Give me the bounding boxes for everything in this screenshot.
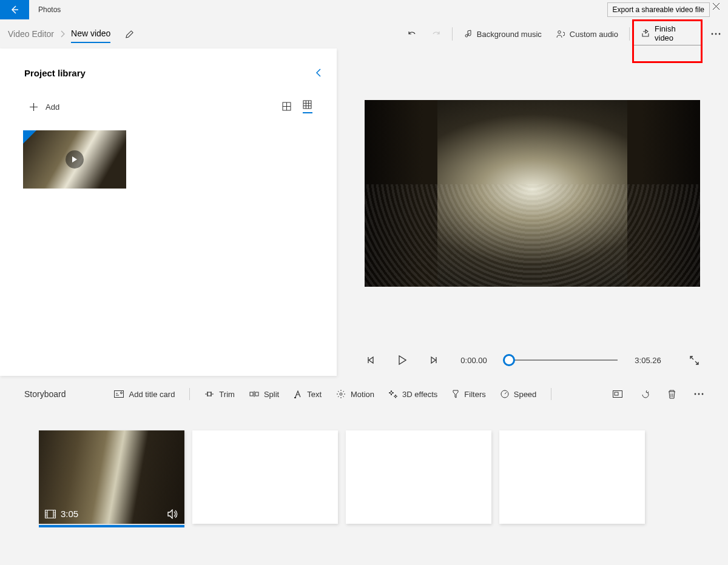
motion-label: Motion (351, 390, 374, 399)
speed-button[interactable]: Speed (500, 390, 537, 399)
fullscreen-button[interactable] (684, 350, 704, 370)
app-title: Photos (29, 5, 61, 14)
svg-point-0 (558, 31, 561, 34)
svg-point-15 (695, 393, 696, 395)
trim-label: Trim (219, 390, 235, 399)
split-label: Split (264, 390, 279, 399)
svg-point-11 (340, 393, 342, 395)
svg-point-3 (719, 33, 721, 35)
breadcrumb: Video Editor New video (0, 25, 134, 43)
seek-bar[interactable] (504, 359, 618, 361)
storyboard-more-button[interactable] (694, 393, 704, 395)
redo-button (424, 19, 448, 48)
speed-label: Speed (514, 390, 537, 399)
3d-label: 3D effects (402, 390, 437, 399)
svg-point-1 (712, 33, 713, 35)
library-clip-thumbnail[interactable] (23, 130, 126, 189)
storyboard-clip[interactable]: 3:05 (39, 430, 184, 524)
background-music-label: Background music (477, 30, 542, 39)
storyboard-empty-slot[interactable] (346, 430, 491, 524)
separator (452, 27, 453, 41)
next-frame-button[interactable] (424, 350, 443, 370)
add-label: Add (46, 102, 59, 112)
svg-rect-5 (303, 101, 311, 109)
filters-label: Filters (464, 390, 485, 399)
custom-audio-button[interactable]: Custom audio (549, 19, 625, 48)
filters-icon (452, 390, 459, 398)
storyboard-title: Storyboard (24, 389, 66, 399)
more-button[interactable] (704, 19, 728, 48)
split-icon (249, 390, 259, 398)
plus-icon (29, 102, 38, 112)
edit-title-button[interactable] (125, 30, 134, 39)
clip-duration: 3:05 (61, 509, 78, 519)
text-icon (294, 390, 302, 398)
delete-button[interactable] (668, 390, 676, 399)
separator (551, 388, 551, 400)
library-title: Project library (24, 68, 86, 78)
separator (189, 388, 190, 400)
custom-audio-label: Custom audio (570, 30, 618, 39)
speaker-icon (167, 509, 178, 519)
speed-icon (500, 390, 509, 398)
trim-icon (204, 390, 214, 398)
svg-point-17 (702, 393, 704, 395)
finish-tooltip: Export a shareable video file (607, 2, 710, 17)
back-button[interactable] (0, 0, 29, 19)
finish-video-label: Finish video (655, 24, 693, 42)
finish-video-highlight: Finish video (632, 19, 703, 63)
collapse-library-button[interactable] (315, 68, 325, 78)
svg-rect-6 (115, 391, 124, 398)
storyboard-empty-slot[interactable] (499, 430, 645, 524)
add-title-card-button[interactable]: Add title card (114, 390, 175, 399)
filmstrip-icon (45, 510, 56, 518)
sparkle-icon (389, 390, 397, 398)
breadcrumb-root[interactable]: Video Editor (8, 29, 54, 39)
svg-point-2 (715, 33, 717, 35)
prev-frame-button[interactable] (361, 350, 380, 370)
background-music-button[interactable]: Background music (456, 19, 549, 48)
total-time: 3:05.26 (630, 356, 666, 365)
title-card-icon (114, 390, 124, 398)
add-media-button[interactable]: Add (29, 102, 59, 112)
play-overlay-icon (66, 150, 84, 169)
project-library-panel: Project library Add (0, 48, 337, 376)
seek-thumb[interactable] (503, 354, 515, 366)
large-grid-view-button[interactable] (282, 102, 292, 112)
current-time: 0:00.00 (456, 356, 492, 365)
motion-button[interactable]: Motion (336, 389, 374, 399)
title-card-label: Add title card (129, 390, 175, 399)
rotate-button[interactable] (641, 390, 650, 399)
finish-video-button[interactable]: Finish video (634, 21, 701, 45)
filters-button[interactable]: Filters (452, 390, 485, 399)
text-label: Text (307, 390, 322, 399)
export-icon (641, 29, 650, 38)
svg-rect-14 (615, 392, 618, 395)
split-button[interactable]: Split (249, 390, 279, 399)
3d-effects-button[interactable]: 3D effects (389, 390, 437, 399)
resize-button[interactable] (613, 390, 622, 398)
svg-rect-8 (207, 392, 211, 396)
motion-icon (336, 389, 346, 399)
svg-point-7 (121, 392, 123, 394)
chevron-right-icon (60, 30, 65, 38)
clip-progress-bar (39, 525, 184, 527)
small-grid-view-button[interactable] (303, 100, 312, 113)
music-icon (463, 30, 472, 38)
breadcrumb-current[interactable]: New video (71, 25, 110, 43)
svg-rect-10 (255, 392, 258, 396)
svg-point-16 (698, 393, 700, 395)
undo-button[interactable] (400, 19, 424, 48)
play-button[interactable] (393, 350, 412, 370)
video-preview[interactable] (365, 100, 700, 287)
separator (629, 27, 630, 41)
svg-rect-9 (250, 392, 253, 396)
trim-button[interactable]: Trim (204, 390, 235, 399)
person-audio-icon (556, 30, 565, 38)
text-button[interactable]: Text (294, 390, 322, 399)
storyboard-empty-slot[interactable] (192, 430, 338, 524)
